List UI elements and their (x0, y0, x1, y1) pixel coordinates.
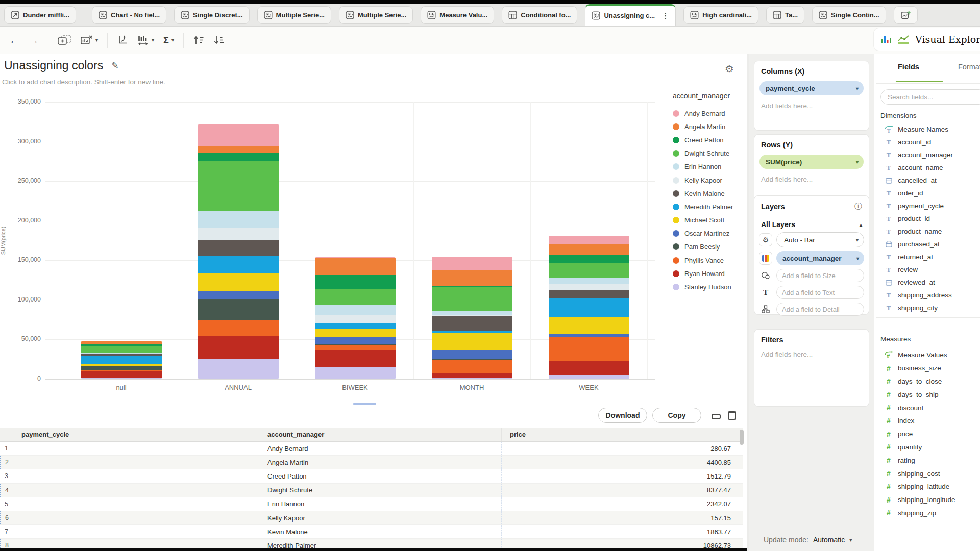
dimension-item-reviewed-at[interactable]: reviewed_at (876, 276, 980, 289)
text-field-placeholder[interactable]: Add a field to Text (776, 286, 864, 299)
tab-high-cardinali[interactable]: High cardinali... (683, 6, 758, 24)
bar-segment-phyllis-vance[interactable] (549, 337, 629, 361)
bar-segment-ryan-howard[interactable] (549, 361, 629, 375)
measure-item-rating[interactable]: #rating (876, 454, 980, 467)
bar-week[interactable] (549, 236, 629, 379)
minimize-table-icon[interactable] (712, 414, 721, 419)
download-button[interactable]: Download (598, 408, 647, 423)
bar-annual[interactable] (198, 124, 279, 379)
bar-segment-ryan-howard[interactable] (432, 373, 512, 378)
bar-segment-meredith-palmer[interactable] (81, 356, 162, 364)
table-row[interactable]: 2Angela Martin4400.85 (0, 456, 743, 469)
chevron-down-icon[interactable]: ▾ (95, 37, 98, 43)
bar-segment-stanley-hudson[interactable] (432, 378, 512, 379)
bar-segment-phyllis-vance[interactable] (315, 345, 396, 350)
bar-segment-stanley-hudson[interactable] (549, 375, 629, 379)
measure-item-index[interactable]: #index (876, 414, 980, 428)
measure-item-shipping-longitude[interactable]: #shipping_longitude (876, 493, 980, 507)
bar-segment-phyllis-vance[interactable] (432, 360, 512, 373)
bar-segment-erin-hannon[interactable] (315, 305, 396, 315)
bar-segment-kelly-kapoor[interactable] (549, 284, 629, 290)
legend-item-michael-scott[interactable]: Michael Scott (673, 214, 747, 227)
legend-item-angela-martin[interactable]: Angela Martin (673, 120, 747, 133)
bar-segment-angela-martin[interactable] (315, 258, 396, 275)
bar-segment-erin-hannon[interactable] (432, 311, 512, 315)
legend-item-creed-patton[interactable]: Creed Patton (673, 133, 747, 146)
info-icon[interactable]: ⓘ (854, 202, 862, 211)
measure-item-business-size[interactable]: #business_size (876, 362, 980, 375)
measure-item-shipping-cost[interactable]: #shipping_cost (876, 467, 980, 480)
bar-segment-dwight-schrute[interactable] (315, 289, 396, 305)
back-arrow-button[interactable]: ← (9, 35, 19, 45)
bar-null[interactable] (81, 341, 162, 379)
bar-segment-dwight-schrute[interactable] (198, 161, 279, 210)
bar-segment-erin-hannon[interactable] (198, 211, 279, 228)
tab-conditional-fo[interactable]: Conditional fo... (502, 6, 577, 24)
column-header-payment-cycle[interactable]: payment_cycle (13, 428, 259, 441)
update-mode-control[interactable]: Update mode: Automatic ▾ (764, 536, 852, 544)
copy-button[interactable]: Copy (652, 408, 701, 423)
bar-segment-michael-scott[interactable] (315, 329, 396, 337)
measure-item-shipping-zip[interactable]: #shipping_zip (876, 507, 980, 520)
aggregate-sigma-button[interactable]: Σ▾ (163, 36, 174, 45)
tab-multiple-serie[interactable]: Multiple Serie... (339, 6, 413, 24)
bar-month[interactable] (432, 257, 512, 379)
tab-format[interactable]: Format (958, 63, 980, 71)
legend-item-dwight-schrute[interactable]: Dwight Schrute (673, 147, 747, 160)
update-mode-value[interactable]: Automatic (813, 536, 845, 544)
chevron-down-icon[interactable]: ▾ (849, 537, 852, 543)
bar-segment-angela-martin[interactable] (432, 270, 512, 286)
dimension-item-cancelled-at[interactable]: cancelled_at (876, 174, 980, 187)
rows-drop-placeholder[interactable]: Add fields here... (761, 176, 869, 183)
legend-item-kelly-kapoor[interactable]: Kelly Kapoor (673, 173, 747, 187)
bar-segment-michael-scott[interactable] (432, 333, 512, 350)
chart-horizontal-scroll-indicator[interactable] (353, 403, 376, 405)
color-encoding-icon[interactable] (759, 252, 772, 265)
new-chart-tab-button[interactable] (894, 6, 918, 24)
legend-item-ryan-howard[interactable]: Ryan Howard (673, 267, 747, 280)
legend-item-phyllis-vance[interactable]: Phyllis Vance (673, 254, 747, 267)
dimension-item-review[interactable]: Treview (876, 263, 980, 276)
column-header-price[interactable]: price (502, 428, 739, 441)
table-row[interactable]: 6Kelly Kapoor157.15 (0, 511, 743, 525)
bar-segment-phyllis-vance[interactable] (198, 320, 279, 335)
bar-biweek[interactable] (315, 257, 396, 379)
columns-field-pill[interactable]: payment_cycle ▾ (760, 81, 864, 95)
bar-segment-creed-patton[interactable] (315, 275, 396, 289)
tab-single-contin[interactable]: Single Contin... (812, 6, 886, 24)
columns-drop-placeholder[interactable]: Add fields here... (761, 102, 869, 110)
tab-fields[interactable]: Fields (898, 63, 919, 71)
dimension-item-shipping-city[interactable]: Tshipping_city (876, 302, 980, 314)
bar-segment-michael-scott[interactable] (198, 273, 279, 291)
chevron-down-icon[interactable]: ▾ (856, 159, 859, 165)
legend-item-pam-beesly[interactable]: Pam Beesly (673, 240, 747, 254)
bar-segment-stanley-hudson[interactable] (198, 359, 279, 379)
legend-item-meredith-palmer[interactable]: Meredith Palmer (673, 200, 747, 213)
measure-item-days-to-ship[interactable]: #days_to_ship (876, 388, 980, 401)
mark-settings-gear-icon[interactable]: ⚙ (759, 233, 772, 246)
tab-ta[interactable]: Ta... (766, 6, 804, 24)
sort-descending-button[interactable] (213, 35, 225, 45)
dimension-item-shipping-address[interactable]: Tshipping_address (876, 289, 980, 302)
legend-item-andy-bernard[interactable]: Andy Bernard (673, 107, 747, 120)
chart-orientation-button[interactable]: ▾ (137, 35, 154, 46)
bar-segment-angela-martin[interactable] (81, 341, 162, 345)
tab-menu-icon[interactable]: ⋮ (662, 11, 669, 20)
bar-segment-creed-patton[interactable] (549, 255, 629, 264)
detail-field-placeholder[interactable]: Add a field to Detail (776, 303, 864, 316)
bar-segment-ryan-howard[interactable] (315, 350, 396, 367)
mark-type-dropdown[interactable]: Auto - Bar ▾ (776, 232, 864, 247)
legend-item-erin-hannon[interactable]: Erin Hannon (673, 160, 747, 173)
bar-segment-kelly-kapoor[interactable] (315, 315, 396, 323)
dimension-item-account-name[interactable]: Taccount_name (876, 161, 980, 174)
dimension-item-returned-at[interactable]: Treturned_at (876, 251, 980, 263)
sort-ascending-button[interactable] (193, 35, 204, 45)
bar-segment-stanley-hudson[interactable] (81, 378, 162, 379)
swap-axes-button[interactable] (117, 35, 128, 45)
bar-segment-angela-martin[interactable] (549, 244, 629, 254)
column-header-account-manager[interactable]: account_manager (259, 428, 502, 441)
duplicate-chart-button[interactable] (58, 35, 71, 46)
dimension-item-product-name[interactable]: Tproduct_name (876, 225, 980, 238)
measure-item-quantity[interactable]: #quantity (876, 441, 980, 454)
bar-segment-oscar-martinez[interactable] (198, 291, 279, 299)
